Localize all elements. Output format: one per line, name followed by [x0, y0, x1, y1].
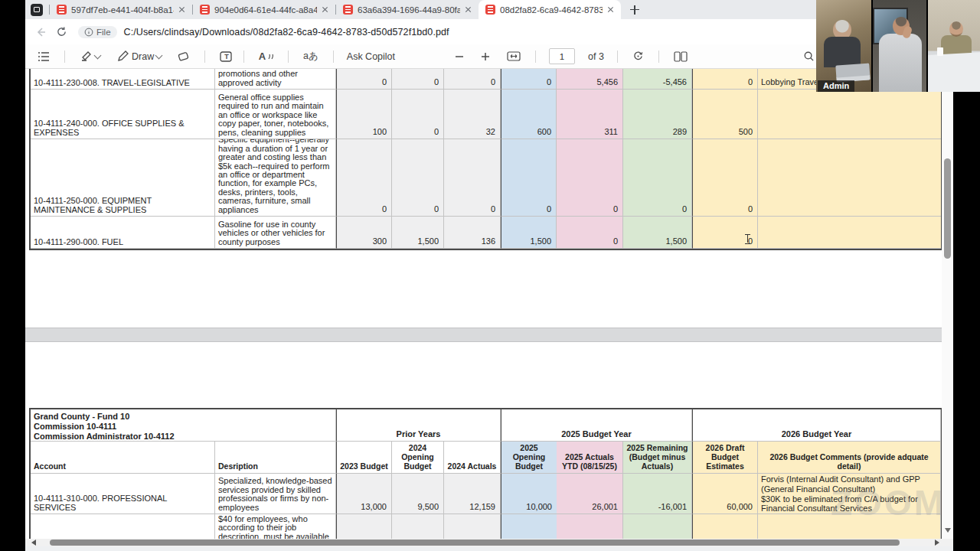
rotate-icon[interactable] [631, 49, 645, 64]
tab-1[interactable]: 597df7eb-e441-404f-b8a1-c5c48 [50, 0, 192, 19]
participant-video-3[interactable] [928, 0, 980, 92]
read-aloud-icon[interactable]: A [257, 49, 275, 64]
zoom-in-icon[interactable] [479, 51, 492, 63]
tab-actions-icon[interactable] [31, 4, 43, 16]
comment-cell [758, 90, 941, 139]
tab-title: 63a6a394-1696-44a9-80fa-77b9 [358, 5, 460, 15]
value-cell: 100 [336, 90, 392, 139]
address-bar: File C:/Users/clindsay/Downloads/08d2fa8… [25, 19, 953, 44]
value-cell: 0 [392, 69, 444, 90]
coffee-mug [937, 47, 943, 56]
column-header: 2026 Draft Budget Estimates [692, 442, 758, 474]
file-scheme-chip[interactable]: File [78, 26, 117, 38]
tab-close-icon[interactable] [320, 5, 331, 15]
text-cursor [745, 234, 750, 243]
back-icon[interactable] [34, 26, 47, 38]
page-break-gap [25, 328, 942, 342]
value-cell [392, 514, 444, 539]
value-cell [444, 514, 501, 539]
value-cell [501, 514, 557, 539]
horizontal-scrollbar[interactable] [25, 539, 953, 546]
pdf-file-icon [485, 5, 495, 15]
value-cell: 300 [336, 217, 392, 249]
tab-close-icon[interactable] [177, 5, 188, 15]
scroll-down-arrow-icon[interactable] [945, 528, 951, 533]
contents-icon[interactable] [36, 50, 51, 64]
add-text-icon[interactable]: T [218, 50, 230, 64]
value-cell: 26,001 [557, 474, 623, 514]
value-cell: 5,456 [557, 69, 623, 90]
value-cell: 0 [692, 139, 758, 217]
zoom-watermark: ZOOM [831, 482, 942, 523]
value-cell: 0 [336, 69, 392, 90]
fund-title: Grand County - Fund 10 [34, 412, 332, 422]
value-cell [336, 514, 392, 539]
value-cell: -16,001 [623, 474, 692, 514]
tab-close-icon[interactable] [606, 5, 616, 15]
scroll-right-arrow-icon[interactable] [935, 540, 939, 546]
tab-2[interactable]: 904e0d64-61e4-44fc-a8a4-f0b01 [193, 0, 335, 19]
tab-title: 597df7eb-e441-404f-b8a1-c5c48 [71, 5, 174, 15]
pdf-file-icon [343, 5, 353, 15]
value-cell: 9,500 [392, 474, 444, 514]
eraser-icon[interactable] [175, 50, 191, 64]
account-cell: 10-4111-250-000. EQUIPMENT MAINTENANCE &… [31, 139, 215, 217]
account-cell: 10-4111-290-000. FUEL [31, 217, 215, 249]
ask-copilot-button[interactable]: Ask Copilot [347, 51, 395, 62]
value-cell: 12,159 [444, 474, 501, 514]
tab-close-icon[interactable] [463, 5, 474, 15]
column-header: 2025 Opening Budget [501, 442, 557, 474]
tab-title: 08d2fa82-6ca9-4642-8783-d50d [500, 5, 603, 15]
vertical-scrollbar-thumb[interactable] [944, 158, 951, 259]
vertical-scrollbar[interactable] [942, 69, 953, 539]
value-cell: 0 [557, 139, 623, 217]
value-cell: 289 [623, 90, 692, 139]
value-cell: 13,000 [336, 474, 392, 514]
value-cell: 10,000 [501, 474, 557, 514]
text-box-glyph: T [224, 53, 229, 60]
comment-cell [758, 217, 941, 249]
participant-video-1[interactable]: Admin [816, 0, 871, 92]
horizontal-scrollbar-thumb[interactable] [50, 540, 900, 546]
group-header-2025: 2025 Budget Year [501, 409, 692, 442]
value-cell: 0 [444, 139, 501, 217]
url-field[interactable]: File C:/Users/clindsay/Downloads/08d2fa8… [78, 26, 449, 38]
refresh-icon[interactable] [56, 26, 67, 37]
page-number-input[interactable] [549, 48, 575, 64]
conference-table [928, 52, 980, 92]
value-cell: 0 [692, 69, 758, 90]
draw-button[interactable]: Draw [116, 49, 163, 64]
value-cell: 0 [501, 139, 557, 217]
highlighter-icon[interactable] [78, 49, 102, 64]
tab-strip: 597df7eb-e441-404f-b8a1-c5c48 904e0d64-6… [25, 0, 953, 19]
comment-cell [758, 139, 941, 217]
value-cell: 136 [444, 217, 501, 249]
account-cell: 10-4111-310-000. PROFESSIONAL SERVICES [31, 474, 215, 514]
value-cell: 311 [557, 90, 623, 139]
value-cell: -5,456 [623, 69, 692, 90]
value-cell: 0 [336, 139, 392, 217]
draw-label: Draw [132, 51, 154, 62]
new-tab-button[interactable] [627, 2, 642, 18]
translate-icon[interactable]: aあ [302, 48, 320, 64]
commission-title: Commission 10-4111 [34, 422, 332, 432]
tab-4-active[interactable]: 08d2fa82-6ca9-4642-8783-d50d [479, 0, 621, 19]
scroll-left-arrow-icon[interactable] [31, 540, 36, 546]
pdf-file-icon [200, 5, 210, 15]
value-cell: 500 [692, 90, 758, 139]
tab-3[interactable]: 63a6a394-1696-44a9-80fa-77b9 [336, 0, 479, 19]
search-icon[interactable] [802, 49, 816, 64]
zoom-shared-screen: 597df7eb-e441-404f-b8a1-c5c48 904e0d64-6… [0, 0, 980, 551]
zoom-out-icon[interactable] [453, 51, 466, 63]
column-header: 2025 Actuals YTD (08/15/25) [557, 442, 623, 474]
participant-3-body [941, 35, 972, 55]
description-cell: General office supplies required to run … [215, 90, 336, 139]
column-header: 2024 Actuals [444, 442, 501, 474]
pdf-file-icon [57, 5, 67, 15]
page-view-icon[interactable] [672, 50, 689, 64]
participant-video-2[interactable] [873, 0, 926, 92]
url-text: C:/Users/clindsay/Downloads/08d2fa82-6ca… [124, 27, 449, 37]
column-header: 2025 Remaining (Budget minus Actuals) [623, 442, 692, 474]
fit-width-icon[interactable] [505, 50, 522, 63]
info-icon [84, 28, 93, 37]
